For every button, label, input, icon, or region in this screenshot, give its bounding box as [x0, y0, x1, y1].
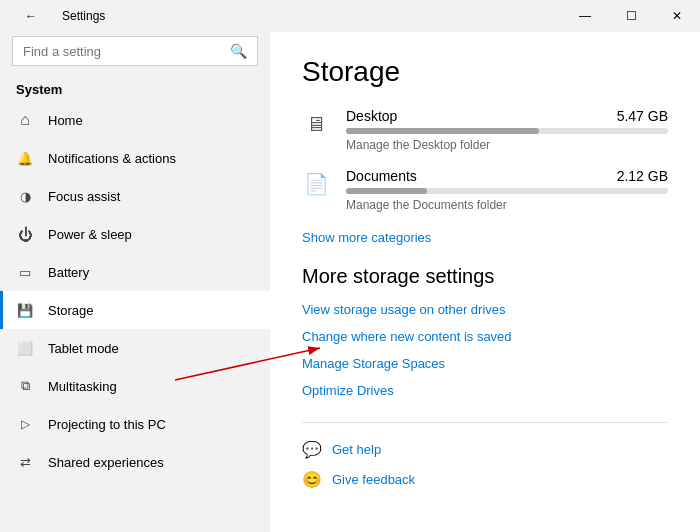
sidebar-item-battery[interactable]: ▭ Battery — [0, 253, 270, 291]
minimize-button[interactable]: — — [562, 0, 608, 32]
sidebar-item-shared[interactable]: ⇄ Shared experiences — [0, 443, 270, 481]
get-help-link[interactable]: 💬 Get help — [302, 439, 668, 459]
titlebar: ← Settings — ☐ ✕ — [0, 0, 700, 32]
sidebar-item-label: Shared experiences — [48, 455, 164, 470]
storage-icon: 💾 — [16, 301, 34, 319]
search-input[interactable] — [23, 44, 222, 59]
desktop-desc[interactable]: Manage the Desktop folder — [346, 138, 668, 152]
give-feedback-label: Give feedback — [332, 472, 415, 487]
documents-size: 2.12 GB — [617, 168, 668, 184]
optimize-drives-link[interactable]: Optimize Drives — [302, 383, 668, 398]
focus-icon: ◑ — [16, 187, 34, 205]
documents-bar-bg — [346, 188, 668, 194]
desktop-name: Desktop — [346, 108, 397, 124]
page-title: Storage — [302, 56, 668, 88]
battery-icon: ▭ — [16, 263, 34, 281]
manage-spaces-link[interactable]: Manage Storage Spaces — [302, 356, 668, 371]
back-button[interactable]: ← — [8, 0, 54, 32]
desktop-icon: 🖥 — [302, 110, 330, 138]
view-storage-link[interactable]: View storage usage on other drives — [302, 302, 668, 317]
desktop-bar-fill — [346, 128, 539, 134]
more-settings-title: More storage settings — [302, 265, 668, 288]
sidebar-item-label: Projecting to this PC — [48, 417, 166, 432]
bottom-links: 💬 Get help 😊 Give feedback — [302, 422, 668, 489]
home-icon: ⌂ — [16, 111, 34, 129]
sidebar-item-storage[interactable]: 💾 Storage — [0, 291, 270, 329]
storage-item-documents: 📄 Documents 2.12 GB Manage the Documents… — [302, 168, 668, 212]
sidebar-item-projecting[interactable]: ▷ Projecting to this PC — [0, 405, 270, 443]
maximize-button[interactable]: ☐ — [608, 0, 654, 32]
multitasking-icon: ⧉ — [16, 377, 34, 395]
power-icon: ⏻ — [16, 225, 34, 243]
search-icon: 🔍 — [230, 43, 247, 59]
sidebar-item-focus[interactable]: ◑ Focus assist — [0, 177, 270, 215]
app-body: 🔍 System ⌂ Home 🔔 Notifications & action… — [0, 32, 700, 532]
shared-icon: ⇄ — [16, 453, 34, 471]
desktop-bar-bg — [346, 128, 668, 134]
sidebar-item-power[interactable]: ⏻ Power & sleep — [0, 215, 270, 253]
notifications-icon: 🔔 — [16, 149, 34, 167]
sidebar-item-label: Tablet mode — [48, 341, 119, 356]
tablet-icon: ⬜ — [16, 339, 34, 357]
sidebar-item-notifications[interactable]: 🔔 Notifications & actions — [0, 139, 270, 177]
close-button[interactable]: ✕ — [654, 0, 700, 32]
search-box[interactable]: 🔍 — [12, 36, 258, 66]
show-more-link[interactable]: Show more categories — [302, 230, 431, 245]
get-help-label: Get help — [332, 442, 381, 457]
titlebar-title: Settings — [62, 9, 105, 23]
titlebar-left: ← Settings — [8, 0, 105, 32]
sidebar-item-label: Home — [48, 113, 83, 128]
storage-item-desktop: 🖥 Desktop 5.47 GB Manage the Desktop fol… — [302, 108, 668, 152]
sidebar-item-label: Storage — [48, 303, 94, 318]
sidebar-item-tablet[interactable]: ⬜ Tablet mode — [0, 329, 270, 367]
give-feedback-link[interactable]: 😊 Give feedback — [302, 469, 668, 489]
documents-icon: 📄 — [302, 170, 330, 198]
documents-name: Documents — [346, 168, 417, 184]
sidebar-item-label: Battery — [48, 265, 89, 280]
sidebar-item-label: Multitasking — [48, 379, 117, 394]
sidebar-item-multitasking[interactable]: ⧉ Multitasking — [0, 367, 270, 405]
documents-desc[interactable]: Manage the Documents folder — [346, 198, 668, 212]
sidebar-item-label: Notifications & actions — [48, 151, 176, 166]
sidebar-item-label: Power & sleep — [48, 227, 132, 242]
give-feedback-icon: 😊 — [302, 469, 322, 489]
get-help-icon: 💬 — [302, 439, 322, 459]
projecting-icon: ▷ — [16, 415, 34, 433]
change-content-link[interactable]: Change where new content is saved — [302, 329, 668, 344]
titlebar-controls: — ☐ ✕ — [562, 0, 700, 32]
sidebar-section-title: System — [0, 74, 270, 101]
documents-bar-fill — [346, 188, 427, 194]
sidebar-item-label: Focus assist — [48, 189, 120, 204]
sidebar: 🔍 System ⌂ Home 🔔 Notifications & action… — [0, 32, 270, 532]
desktop-size: 5.47 GB — [617, 108, 668, 124]
content-area: Storage 🖥 Desktop 5.47 GB Manage the Des… — [270, 32, 700, 532]
sidebar-item-home[interactable]: ⌂ Home — [0, 101, 270, 139]
